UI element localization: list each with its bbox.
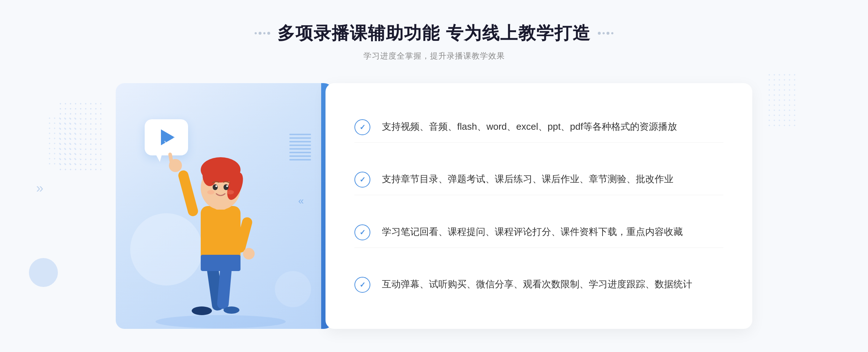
svg-point-16 — [203, 164, 217, 186]
dot-4 — [267, 32, 270, 35]
feature-item-4: ✓互动弹幕、试听购买、微信分享、观看次数限制、学习进度跟踪、数据统计 — [354, 270, 723, 300]
dot-2 — [259, 32, 261, 35]
feature-item-1: ✓支持视频、音频、flash、word、excel、ppt、pdf等各种格式的资… — [354, 112, 723, 143]
svg-rect-8 — [177, 169, 199, 217]
svg-point-23 — [207, 190, 214, 194]
check-circle-icon-1: ✓ — [354, 119, 370, 135]
dot-3 — [263, 32, 265, 34]
check-mark-2: ✓ — [359, 176, 366, 183]
page-wrapper: » 多项录播课辅助功能 专为线上教学打造 学习进度全掌握，提升录播课教学效果 — [0, 0, 868, 352]
svg-point-0 — [156, 315, 286, 328]
page-title: 多项录播课辅助功能 专为线上教学打造 — [277, 22, 590, 45]
check-circle-icon-3: ✓ — [354, 224, 370, 240]
feature-item-2: ✓支持章节目录、弹题考试、课后练习、课后作业、章节测验、批改作业 — [354, 164, 723, 195]
svg-point-19 — [213, 184, 218, 190]
svg-point-12 — [243, 248, 255, 259]
feature-text-2: 支持章节目录、弹题考试、课后练习、课后作业、章节测验、批改作业 — [382, 172, 723, 187]
check-circle-icon-2: ✓ — [354, 172, 370, 188]
svg-point-22 — [226, 185, 228, 187]
svg-line-26 — [174, 137, 176, 148]
check-circle-icon-4: ✓ — [354, 277, 370, 293]
svg-line-25 — [165, 141, 172, 152]
dot-6 — [603, 32, 605, 34]
feature-text-3: 学习笔记回看、课程提问、课程评论打分、课件资料下载，重点内容收藏 — [382, 224, 723, 240]
features-card: ✓支持视频、音频、flash、word、excel、ppt、pdf等各种格式的资… — [326, 83, 752, 329]
features-list: ✓支持视频、音频、flash、word、excel、ppt、pdf等各种格式的资… — [354, 101, 723, 311]
feature-item-3: ✓学习笔记回看、课程提问、课程评论打分、课件资料下载，重点内容收藏 — [354, 217, 723, 248]
check-mark-4: ✓ — [359, 281, 366, 288]
dot-7 — [607, 32, 609, 35]
svg-point-24 — [227, 190, 234, 194]
dots-decoration-right — [767, 72, 796, 126]
illustration-card: « — [116, 83, 333, 329]
dots-decoration-near-chevron — [47, 116, 80, 166]
page-header: 多项录播课辅助功能 专为线上教学打造 学习进度全掌握，提升录播课教学效果 — [255, 22, 613, 61]
svg-point-21 — [216, 185, 217, 187]
feature-text-4: 互动弹幕、试听购买、微信分享、观看次数限制、学习进度跟踪、数据统计 — [382, 277, 723, 292]
main-content: « — [116, 80, 752, 332]
dot-1 — [255, 32, 257, 34]
dot-5 — [598, 32, 601, 35]
check-mark-1: ✓ — [359, 124, 366, 131]
title-dots-left — [255, 32, 270, 35]
svg-rect-7 — [201, 260, 241, 271]
circle-decoration-left — [29, 258, 58, 287]
figure-illustration — [123, 126, 318, 329]
svg-point-20 — [224, 184, 229, 190]
svg-point-4 — [224, 306, 239, 314]
chevron-left-icon: » — [36, 181, 43, 196]
svg-point-3 — [192, 306, 212, 315]
check-mark-3: ✓ — [359, 229, 366, 236]
dot-8 — [611, 32, 613, 34]
feature-text-1: 支持视频、音频、flash、word、excel、ppt、pdf等各种格式的资源… — [382, 119, 723, 134]
page-subtitle: 学习进度全掌握，提升录播课教学效果 — [255, 51, 613, 61]
header-title-container: 多项录播课辅助功能 专为线上教学打造 — [255, 22, 613, 45]
title-dots-right — [598, 32, 613, 35]
